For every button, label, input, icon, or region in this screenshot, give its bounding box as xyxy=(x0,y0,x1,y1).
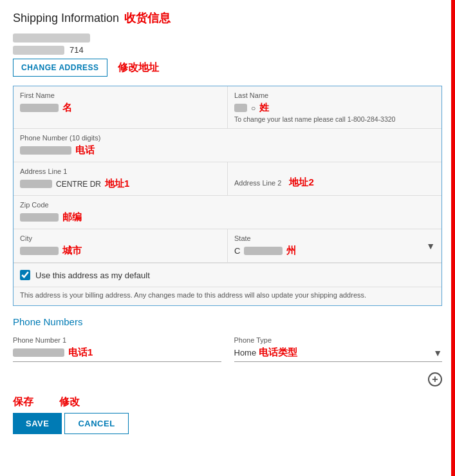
address1-blur xyxy=(20,180,52,188)
change-address-row: CHANGE ADDRESS 修改地址 xyxy=(13,59,442,77)
address1-zh: 地址1 xyxy=(105,178,129,190)
state-label: State xyxy=(234,234,426,242)
change-address-button[interactable]: CHANGE ADDRESS xyxy=(13,59,107,77)
phone1-label: Phone Number 1 xyxy=(13,336,221,344)
address-form: First Name 名 Last Name ○ 姓 To change you… xyxy=(13,86,442,306)
address2-label: Address Line 2 xyxy=(234,179,281,187)
first-name-label: First Name xyxy=(20,91,221,99)
phone-section: Phone Numbers Phone Number 1 电话1 Phone T… xyxy=(13,316,442,386)
first-name-blur xyxy=(20,104,59,112)
phone1-value: 电话1 xyxy=(13,347,221,359)
city-zh: 城市 xyxy=(62,245,82,257)
last-name-field: Last Name ○ 姓 To change your last name p… xyxy=(228,86,441,128)
zip-field: Zip Code 邮编 xyxy=(14,196,441,229)
state-value: C xyxy=(234,246,240,256)
phone-section-title: Phone Numbers xyxy=(13,316,442,327)
phone-type-field[interactable]: Phone Type Home 电话类型 ▼ xyxy=(221,334,443,365)
city-blur xyxy=(20,247,59,255)
zip-blur xyxy=(20,213,59,222)
phone-type-chevron-icon: ▼ xyxy=(433,348,442,358)
last-name-label: Last Name xyxy=(234,91,435,99)
city-label: City xyxy=(20,234,221,242)
last-name-sample: ○ xyxy=(251,104,255,113)
last-name-note: To change your last name please call 1-8… xyxy=(234,115,435,123)
change-address-zh: 修改地址 xyxy=(118,61,159,75)
address2-field: Address Line 2 地址2 xyxy=(228,162,441,195)
save-zh-label: 保存 xyxy=(13,395,33,409)
state-blur xyxy=(244,247,283,255)
add-phone-row: + xyxy=(13,370,442,386)
first-name-value-row: 名 xyxy=(20,102,221,114)
first-name-field: First Name 名 xyxy=(14,86,228,128)
add-phone-button[interactable]: + xyxy=(13,372,442,386)
phone1-zh: 电话1 xyxy=(68,347,93,359)
name-row: First Name 名 Last Name ○ 姓 To change you… xyxy=(14,86,441,129)
zip-label: Zip Code xyxy=(20,201,435,209)
city-state-row: City 城市 State C 州 ▼ xyxy=(14,229,441,263)
user-info-row xyxy=(13,33,442,43)
right-bar-decoration xyxy=(451,0,455,476)
state-content: State C 州 xyxy=(234,234,426,257)
phone1-separator xyxy=(13,361,221,362)
phone-type-value: Home xyxy=(234,348,257,357)
action-buttons-row: SAVE CANCEL xyxy=(13,413,442,434)
state-zh: 州 xyxy=(286,245,296,257)
default-address-label: Use this address as my default xyxy=(35,271,150,280)
phone-type-zh: 电话类型 xyxy=(259,347,297,359)
phone1-field: Phone Number 1 电话1 xyxy=(13,334,221,365)
page-title-row: Shipping Information 收货信息 xyxy=(13,10,442,26)
save-button[interactable]: SAVE xyxy=(13,413,62,434)
address1-value-row: CENTRE DR 地址1 xyxy=(20,178,221,190)
user-id-blur xyxy=(13,46,64,55)
page-title-zh: 收货信息 xyxy=(124,10,171,26)
phone-blur xyxy=(20,146,71,155)
address2-zh: 地址2 xyxy=(289,176,313,189)
phone-zh: 电话 xyxy=(75,144,95,157)
user-id-row: 714 xyxy=(13,45,442,55)
add-phone-icon: + xyxy=(428,372,442,386)
user-id-suffix: 714 xyxy=(70,45,84,55)
zip-row: Zip Code 邮编 xyxy=(14,196,441,229)
city-field: City 城市 xyxy=(14,229,228,262)
last-name-zh: 姓 xyxy=(259,102,269,114)
address2-value-row: Address Line 2 地址2 xyxy=(234,167,435,190)
last-name-blur xyxy=(234,104,247,112)
phone1-blur xyxy=(13,348,64,357)
address-row: Address Line 1 CENTRE DR 地址1 Address Lin… xyxy=(14,162,441,196)
city-value-row: 城市 xyxy=(20,245,221,257)
last-name-value-row: ○ 姓 xyxy=(234,102,435,114)
default-address-checkbox[interactable] xyxy=(20,270,30,280)
state-chevron-icon: ▼ xyxy=(426,241,435,251)
phone-type-separator xyxy=(234,361,443,362)
address1-sample: CENTRE DR xyxy=(56,180,101,189)
phone-field: Phone Number (10 digits) 电话 xyxy=(14,129,441,162)
page-title: Shipping Information xyxy=(13,12,119,25)
state-field[interactable]: State C 州 ▼ xyxy=(228,229,441,262)
billing-note: This address is your billing address. An… xyxy=(14,287,441,305)
phone-row: Phone Number (10 digits) 电话 xyxy=(14,129,441,162)
first-name-zh: 名 xyxy=(62,102,72,114)
user-name-blur xyxy=(13,33,90,43)
zip-zh: 邮编 xyxy=(62,211,82,224)
cancel-zh-label: 修改 xyxy=(59,395,80,409)
phone-type-label: Phone Type xyxy=(234,336,443,344)
default-address-row: Use this address as my default xyxy=(14,263,441,287)
phone-label: Phone Number (10 digits) xyxy=(20,134,435,142)
state-value-row: C 州 xyxy=(234,245,426,257)
cancel-button[interactable]: CANCEL xyxy=(64,413,128,434)
address1-field: Address Line 1 CENTRE DR 地址1 xyxy=(14,162,228,195)
save-cancel-zh-row: 保存 修改 xyxy=(13,395,442,409)
address1-label: Address Line 1 xyxy=(20,167,221,175)
phone-type-select-row: Home 电话类型 ▼ xyxy=(234,347,443,359)
phone-number-row: Phone Number 1 电话1 Phone Type Home 电话类型 … xyxy=(13,334,442,365)
phone-value-row: 电话 xyxy=(20,144,435,157)
zip-value-row: 邮编 xyxy=(20,211,435,224)
